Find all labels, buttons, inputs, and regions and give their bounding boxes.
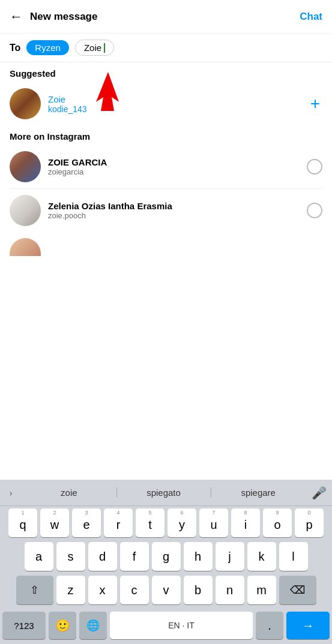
select-radio-zoie-garcia[interactable]: [307, 159, 322, 174]
avatar-zoie-garcia: [10, 151, 41, 182]
page-title: New message: [30, 11, 300, 23]
key-u[interactable]: 7u: [199, 508, 228, 537]
key-r[interactable]: 4r: [104, 508, 133, 537]
chat-button[interactable]: Chat: [300, 11, 322, 23]
key-t[interactable]: 5t: [136, 508, 164, 537]
expand-button[interactable]: ›: [0, 482, 22, 504]
autocomplete-word-2[interactable]: spiegato: [116, 485, 211, 500]
return-icon: →: [302, 619, 314, 633]
user-name-zoie[interactable]: Zoie: [48, 94, 301, 104]
key-e[interactable]: 3e: [72, 508, 101, 537]
num-key-label: ?123: [14, 621, 34, 631]
to-section: To Ryzen Zoie: [0, 34, 332, 62]
key-h[interactable]: h: [184, 542, 213, 571]
chip-zoie[interactable]: Zoie: [75, 40, 114, 56]
key-k[interactable]: k: [247, 542, 276, 571]
key-v[interactable]: v: [152, 576, 181, 604]
text-cursor: [104, 43, 105, 53]
key-g[interactable]: g: [152, 542, 181, 571]
backspace-key[interactable]: ⌫: [279, 576, 316, 604]
mic-button[interactable]: 🎤: [306, 482, 332, 504]
keyboard-main: 1q 2w 3e 4r 5t 6y 7u 8i 9o 0p a s d f g …: [0, 506, 332, 612]
avatar-zoie-kodie: [10, 88, 41, 119]
handle-zoie-garcia: zoiegarcia: [48, 167, 300, 176]
key-l[interactable]: l: [279, 542, 308, 571]
period-key[interactable]: .: [256, 612, 283, 639]
autocomplete-bar: › zoie spiegato spiegare 🎤: [0, 480, 332, 506]
return-key[interactable]: →: [286, 612, 330, 639]
key-d[interactable]: d: [88, 542, 117, 571]
user-row-zoie-garcia[interactable]: ZOIE GARCIA zoiegarcia: [0, 145, 332, 188]
period-label: .: [268, 619, 271, 633]
globe-icon: 🌐: [86, 619, 100, 632]
chip-zoie-text: Zoie: [84, 43, 101, 53]
select-radio-zelenia[interactable]: [307, 203, 322, 218]
back-button[interactable]: ←: [10, 9, 23, 25]
emoji-key[interactable]: 🙂: [49, 612, 76, 639]
handle-zelenia: zoie.pooch: [48, 211, 300, 220]
key-m[interactable]: m: [247, 576, 276, 604]
user-handle-zoie[interactable]: kodie_143: [48, 104, 301, 114]
space-key[interactable]: EN · IT: [110, 612, 253, 639]
key-row-2: a s d f g h j k l: [1, 542, 331, 571]
header: ← New message Chat: [0, 0, 332, 34]
suggested-section: Suggested Zoie kodie_143 +: [0, 62, 332, 125]
chip-ryzen[interactable]: Ryzen: [26, 40, 69, 55]
key-s[interactable]: s: [56, 542, 85, 571]
key-j[interactable]: j: [216, 542, 244, 571]
add-user-button[interactable]: +: [308, 94, 322, 113]
key-c[interactable]: c: [120, 576, 149, 604]
emoji-icon: 🙂: [55, 618, 70, 633]
key-i[interactable]: 8i: [231, 508, 260, 537]
name-zelenia: Zelenia Ozias Iantha Erasmia: [48, 201, 300, 211]
to-label: To: [10, 43, 20, 53]
partial-avatar: [10, 238, 41, 256]
suggested-label: Suggested: [0, 62, 332, 82]
user-row-zelenia[interactable]: Zelenia Ozias Iantha Erasmia zoie.pooch: [0, 189, 332, 232]
mic-icon: 🎤: [312, 486, 327, 500]
key-n[interactable]: n: [216, 576, 244, 604]
user-info-zelenia: Zelenia Ozias Iantha Erasmia zoie.pooch: [48, 201, 300, 220]
keyboard: › zoie spiegato spiegare 🎤 1q 2w 3e 4r 5…: [0, 480, 332, 644]
more-section-label: More on Instagram: [0, 125, 332, 145]
space-key-label: EN · IT: [168, 621, 195, 630]
avatar-zelenia: [10, 195, 41, 226]
bottom-key-row: ?123 🙂 🌐 EN · IT . →: [0, 612, 332, 644]
key-q[interactable]: 1q: [8, 508, 37, 537]
key-row-1: 1q 2w 3e 4r 5t 6y 7u 8i 9o 0p: [1, 508, 331, 537]
key-y[interactable]: 6y: [168, 508, 196, 537]
name-zoie-garcia: ZOIE GARCIA: [48, 157, 300, 167]
more-section: More on Instagram ZOIE GARCIA zoiegarcia…: [0, 125, 332, 262]
shift-key[interactable]: ⇧: [16, 576, 53, 604]
user-info-zoie: Zoie kodie_143: [48, 94, 301, 114]
autocomplete-words: zoie spiegato spiegare: [22, 485, 306, 500]
user-info-zoie-garcia: ZOIE GARCIA zoiegarcia: [48, 157, 300, 176]
autocomplete-word-1[interactable]: zoie: [22, 485, 116, 500]
globe-key[interactable]: 🌐: [79, 612, 107, 639]
chevron-right-icon: ›: [10, 488, 13, 498]
key-b[interactable]: b: [184, 576, 213, 604]
suggested-user-row: Zoie kodie_143 +: [0, 82, 332, 125]
key-z[interactable]: z: [56, 576, 85, 604]
key-w[interactable]: 2w: [40, 508, 69, 537]
partial-user-row: [0, 232, 332, 262]
key-x[interactable]: x: [88, 576, 117, 604]
num-key[interactable]: ?123: [2, 612, 46, 639]
key-a[interactable]: a: [25, 542, 53, 571]
key-p[interactable]: 0p: [295, 508, 324, 537]
key-o[interactable]: 9o: [263, 508, 292, 537]
key-row-3: ⇧ z x c v b n m ⌫: [1, 576, 331, 604]
autocomplete-word-3[interactable]: spiegare: [211, 485, 306, 500]
key-f[interactable]: f: [120, 542, 149, 571]
